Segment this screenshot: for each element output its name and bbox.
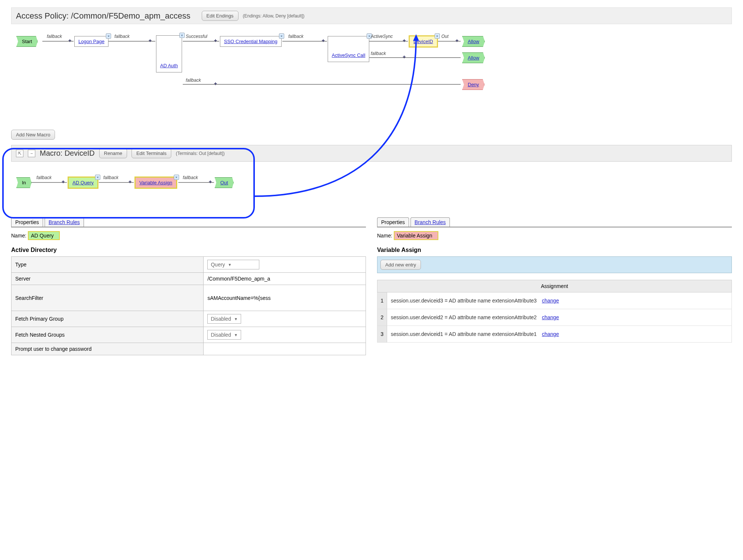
edit-terminals-button[interactable]: Edit Terminals bbox=[132, 148, 171, 158]
name-value-varassign[interactable]: Variable Assign bbox=[394, 231, 438, 240]
fng-select-value: Disabled bbox=[211, 332, 231, 338]
node-allow-2[interactable]: Allow bbox=[462, 52, 485, 63]
row-fng-label: Fetch Nested Groups bbox=[12, 327, 204, 343]
close-icon[interactable]: × bbox=[435, 33, 440, 39]
plus-icon[interactable]: + bbox=[62, 179, 65, 185]
policy-title: Access Policy: /Common/F5Demo_apm_access bbox=[16, 11, 191, 21]
section-ad: Active Directory bbox=[11, 247, 366, 253]
tab-properties[interactable]: Properties bbox=[377, 217, 409, 227]
row-type-label: Type bbox=[12, 257, 204, 273]
close-icon[interactable]: × bbox=[179, 33, 185, 38]
edge-fallback: fallback bbox=[183, 175, 198, 180]
chevron-down-icon: ▼ bbox=[234, 317, 238, 321]
plus-icon[interactable]: + bbox=[214, 38, 217, 43]
node-sso-credential[interactable]: SSO Credential Mapping × bbox=[220, 36, 282, 47]
node-deviceid[interactable]: DeviceID × bbox=[409, 35, 438, 48]
plus-icon[interactable]: + bbox=[455, 38, 458, 43]
tab-properties[interactable]: Properties bbox=[11, 217, 43, 227]
fpg-select-value: Disabled bbox=[211, 316, 231, 322]
assignment-text: session.user.deviceid2 = AD attribute na… bbox=[391, 314, 537, 320]
change-link[interactable]: change bbox=[542, 298, 559, 304]
plus-icon[interactable]: + bbox=[403, 54, 406, 60]
fng-select[interactable]: Disabled▼ bbox=[207, 330, 241, 340]
name-field-right: Name: Variable Assign bbox=[377, 231, 732, 240]
node-allow-1-label: Allow bbox=[468, 39, 479, 44]
row-fpg-label: Fetch Primary Group bbox=[12, 311, 204, 327]
add-entry-button[interactable]: Add new entry bbox=[380, 260, 421, 270]
edge-activesync: ActiveSync bbox=[371, 34, 393, 39]
edge-fallback: fallback bbox=[114, 34, 130, 39]
plus-icon[interactable]: + bbox=[322, 38, 325, 43]
tabs-left: Properties Branch Rules bbox=[11, 217, 366, 227]
change-link[interactable]: change bbox=[542, 314, 559, 320]
edge-fallback: fallback bbox=[371, 51, 386, 56]
chevron-down-icon: ▼ bbox=[234, 333, 238, 337]
ad-properties-table: Type Query▼ Server /Common/F5Demo_apm_a … bbox=[11, 256, 366, 355]
terminals-note: (Terminals: Out [default]) bbox=[176, 151, 224, 156]
fpg-select[interactable]: Disabled▼ bbox=[207, 314, 241, 324]
add-entry-bar: Add new entry bbox=[377, 256, 732, 273]
close-icon[interactable]: × bbox=[106, 33, 111, 39]
plus-icon[interactable]: + bbox=[68, 38, 71, 43]
edge-out: Out bbox=[441, 34, 448, 39]
plus-icon[interactable]: + bbox=[214, 81, 217, 87]
filter-value[interactable]: sAMAccountName=%{sess bbox=[204, 285, 366, 311]
node-logon-page[interactable]: Logon Page × bbox=[74, 36, 108, 47]
assignment-row: 2 session.user.deviceid2 = AD attribute … bbox=[377, 309, 732, 326]
name-label: Name: bbox=[377, 233, 392, 239]
node-allow-2-label: Allow bbox=[468, 55, 479, 61]
node-out[interactable]: Out bbox=[215, 177, 234, 188]
plus-icon[interactable]: + bbox=[403, 38, 406, 43]
edge-fallback: fallback bbox=[36, 175, 52, 180]
varassign-panel: Properties Branch Rules Name: Variable A… bbox=[377, 217, 732, 355]
plus-icon[interactable]: + bbox=[149, 38, 152, 43]
collapse-icon[interactable]: − bbox=[28, 150, 35, 157]
close-icon[interactable]: × bbox=[95, 175, 100, 180]
prompt-value[interactable] bbox=[204, 343, 366, 355]
node-logon-page-label: Logon Page bbox=[78, 39, 104, 44]
node-variable-assign-label: Variable Assign bbox=[139, 180, 172, 185]
node-activesync[interactable]: ActiveSync Call × bbox=[328, 36, 369, 62]
node-out-label: Out bbox=[220, 180, 228, 185]
plus-icon[interactable]: + bbox=[129, 179, 132, 185]
node-ad-auth-label: AD Auth bbox=[160, 63, 178, 68]
tabs-right: Properties Branch Rules bbox=[377, 217, 732, 227]
row-number: 2 bbox=[377, 309, 387, 326]
edge-fallback: fallback bbox=[47, 34, 62, 39]
name-field-left: Name: AD Query bbox=[11, 231, 366, 240]
tab-branch-rules[interactable]: Branch Rules bbox=[411, 217, 450, 227]
row-number: 3 bbox=[377, 326, 387, 342]
tab-branch-rules[interactable]: Branch Rules bbox=[45, 217, 84, 227]
rename-button[interactable]: Rename bbox=[99, 148, 127, 158]
node-activesync-label: ActiveSync Call bbox=[332, 52, 365, 58]
node-ad-query[interactable]: AD Query × bbox=[68, 177, 98, 189]
server-value[interactable]: /Common/F5Demo_apm_a bbox=[204, 273, 366, 285]
node-allow-1[interactable]: Allow bbox=[462, 36, 485, 47]
change-link[interactable]: change bbox=[542, 331, 559, 337]
tab-branch-rules-label: Branch Rules bbox=[49, 219, 80, 225]
policy-header: Access Policy: /Common/F5Demo_apm_access… bbox=[11, 7, 732, 24]
edge-fallback: fallback bbox=[288, 34, 304, 39]
assignment-row: 3 session.user.deviceid1 = AD attribute … bbox=[377, 326, 732, 343]
tab-branch-rules-label: Branch Rules bbox=[415, 219, 446, 225]
plus-icon[interactable]: + bbox=[209, 179, 212, 185]
row-filter-label: SearchFilter bbox=[12, 285, 204, 311]
node-deny[interactable]: Deny bbox=[462, 79, 484, 90]
close-icon[interactable]: × bbox=[174, 175, 179, 180]
edit-endings-button[interactable]: Edit Endings bbox=[202, 11, 239, 21]
macro-flow: In fallback + AD Query × fallback + Vari… bbox=[11, 162, 732, 206]
node-ad-query-label: AD Query bbox=[72, 180, 94, 185]
add-macro-button[interactable]: Add New Macro bbox=[11, 130, 55, 140]
node-ad-auth[interactable]: AD Auth × bbox=[156, 35, 182, 72]
type-select[interactable]: Query▼ bbox=[207, 260, 259, 269]
node-variable-assign[interactable]: Variable Assign × bbox=[134, 177, 177, 189]
name-value-adquery[interactable]: AD Query bbox=[28, 231, 59, 240]
macro-title: Macro: DeviceID bbox=[40, 149, 95, 158]
close-icon[interactable]: × bbox=[279, 33, 284, 39]
node-start[interactable]: Start bbox=[16, 36, 38, 47]
node-deny-label: Deny bbox=[468, 82, 479, 87]
node-in[interactable]: In bbox=[16, 177, 32, 188]
chevron-down-icon: ▼ bbox=[228, 263, 232, 267]
tree-icon[interactable]: ⇱ bbox=[16, 150, 23, 157]
row-prompt-label: Prompt user to change password bbox=[12, 343, 204, 355]
